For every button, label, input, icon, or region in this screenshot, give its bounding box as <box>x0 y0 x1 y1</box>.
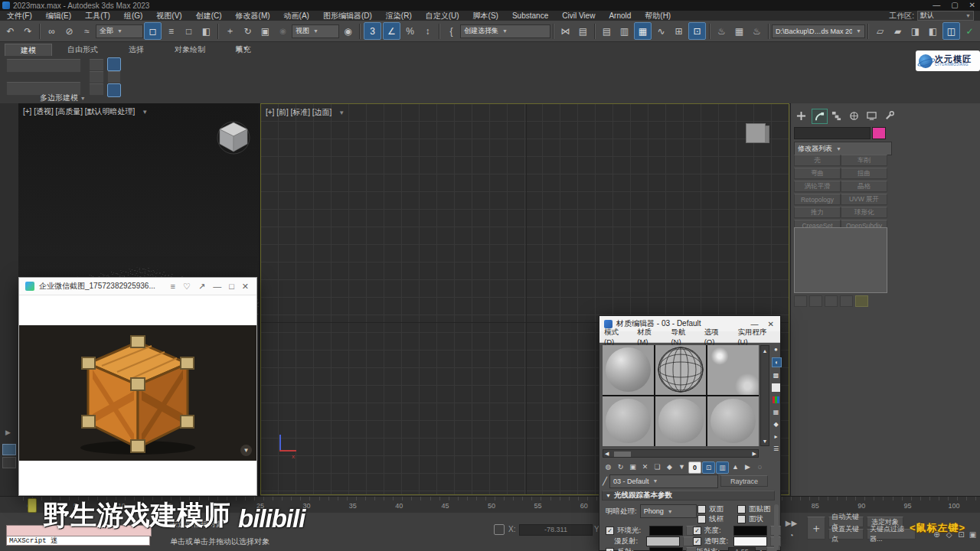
set-keys-button[interactable]: ＋ <box>807 517 825 540</box>
rendered-frame-window-icon[interactable]: ▦ <box>731 23 747 39</box>
checkbox-icon[interactable] <box>697 515 706 523</box>
face-map-check[interactable]: 面贴图 <box>737 504 771 514</box>
key-mode-toggle-icon[interactable]: ◔ <box>786 530 797 540</box>
menu-item-12[interactable]: Substance <box>505 11 555 21</box>
modifier-button-3[interactable]: 扭曲 <box>841 168 887 179</box>
backlight-icon[interactable]: ◐ <box>772 357 782 367</box>
put-material-to-scene-icon[interactable]: ↻ <box>615 461 626 472</box>
material-editor-icon[interactable]: ⊡ <box>688 22 706 40</box>
select-and-link-icon[interactable]: ∞ <box>44 23 60 39</box>
angle-snap-icon[interactable]: ∠ <box>383 22 400 40</box>
ribbon-toggle-icon[interactable]: ▦ <box>634 22 652 40</box>
make-unique-icon[interactable] <box>825 295 838 307</box>
menu-item-15[interactable]: 帮助(H) <box>638 11 678 21</box>
viewcube-front[interactable] <box>746 123 766 143</box>
ambient-checkbox[interactable]: ✓ <box>606 527 614 535</box>
viewcube[interactable] <box>214 117 253 155</box>
create-tab-icon[interactable] <box>794 109 808 122</box>
material-slot-6[interactable] <box>707 396 759 446</box>
menu-item-4[interactable]: 视图(V) <box>149 11 188 21</box>
options-icon[interactable]: ◆ <box>772 420 780 429</box>
asset-open-icon[interactable]: ▱ <box>872 23 888 39</box>
menu-item-9[interactable]: 渲染(R) <box>379 11 419 21</box>
material-slot-2-wireframe[interactable] <box>655 345 707 395</box>
modify-tab-icon[interactable] <box>812 109 828 124</box>
unlink-selection-icon[interactable]: ⊘ <box>61 23 77 39</box>
asset-collect-icon[interactable]: ◧ <box>925 23 941 39</box>
material-editor-window[interactable]: 材质编辑器 - 03 - Default — ✕ 模式(D)材质(M)导航(N)… <box>599 315 781 551</box>
sample-color-icon[interactable]: ◌ <box>754 461 766 472</box>
make-material-copy-icon[interactable]: ❏ <box>652 461 663 472</box>
screenshot-viewer-window[interactable]: 企业微信截图_17572382925936... ≡ ♡ ↗ — □ ✕ <box>18 277 257 496</box>
modifier-button-0[interactable]: 壳 <box>794 155 841 166</box>
maxscript-mini-listener[interactable]: MAXScript 迷 <box>6 536 150 546</box>
transform-type-in-icon[interactable] <box>494 524 505 535</box>
select-by-material-icon[interactable]: ▸ <box>772 432 780 441</box>
select-and-scale-icon[interactable]: ▣ <box>257 23 273 39</box>
ribbon-mini-button-1[interactable] <box>89 59 104 71</box>
show-shaded-material-icon[interactable]: ⊡ <box>702 461 715 474</box>
put-to-library-icon[interactable]: ▼ <box>676 461 688 472</box>
assign-material-to-selection-icon[interactable]: ▣ <box>627 461 639 472</box>
snap-toggle-3d-icon[interactable]: 3 <box>364 22 381 40</box>
two-sided-check[interactable]: 双面 <box>697 504 724 514</box>
menu-item-7[interactable]: 动画(A) <box>277 11 316 21</box>
menu-item-3[interactable]: 组(G) <box>117 11 149 21</box>
background-icon[interactable]: ▩ <box>772 371 780 380</box>
named-selection-set-dropdown[interactable]: 创建选择集▼ <box>460 24 550 38</box>
reference-coordinate-dropdown[interactable]: 视图▼ <box>292 24 339 38</box>
modifier-button-2[interactable]: 弯曲 <box>794 168 841 179</box>
mirror-icon[interactable]: ⋈ <box>557 23 573 39</box>
ribbon-tab-3[interactable]: 对象绘制 <box>159 44 220 56</box>
schematic-view-icon[interactable]: ⊞ <box>671 23 687 39</box>
polymodeling-section-label[interactable]: 多边形建模 ▼ <box>40 93 86 103</box>
percent-snap-icon[interactable]: % <box>402 23 418 39</box>
bind-to-spacewarp-icon[interactable]: ≈ <box>79 23 95 39</box>
show-end-result-icon[interactable] <box>809 295 822 307</box>
screenshot-window-titlebar[interactable]: 企业微信截图_17572382925936... ≡ ♡ ↗ — □ ✕ <box>19 278 256 295</box>
image-more-icon[interactable]: ▼ <box>240 445 252 456</box>
time-slider-handle[interactable] <box>28 498 37 513</box>
object-color-swatch[interactable] <box>872 127 886 139</box>
material-editor-menu-2[interactable]: 导航(N) <box>666 328 699 346</box>
render-setup-icon[interactable]: ♨ <box>714 23 730 39</box>
pick-material-icon[interactable]: ╱ <box>603 477 607 485</box>
expand-strip-icon[interactable]: ▶ <box>5 429 11 436</box>
modifier-list-dropdown[interactable]: 修改器列表▼ <box>794 142 892 155</box>
render-production-icon[interactable]: ♨ <box>749 23 765 39</box>
faceted-check[interactable]: 面状 <box>737 514 763 524</box>
utilities-tab-icon[interactable] <box>882 109 897 122</box>
heart-icon[interactable]: ♡ <box>183 282 191 292</box>
diffuse-map-button[interactable] <box>683 536 694 546</box>
asset-relink-icon[interactable]: ◨ <box>907 23 923 39</box>
layout-tab-1-icon[interactable] <box>2 444 16 455</box>
modifier-button-5[interactable]: 晶格 <box>841 181 887 192</box>
ribbon-mini-button-3[interactable] <box>89 83 104 96</box>
menu-item-0[interactable]: 文件(F) <box>0 11 39 21</box>
set-key-button[interactable]: 设置关键点 <box>828 529 864 540</box>
modifier-stack[interactable] <box>794 227 887 293</box>
layout-tab-2-icon[interactable] <box>2 457 16 468</box>
project-folder-dropdown[interactable]: D:\Backup\D…ds Max 2023▼ <box>772 24 865 38</box>
per-view-filter-icon[interactable]: ▼ <box>142 109 148 116</box>
layer-explorer-icon[interactable]: ▥ <box>616 23 632 39</box>
menu-item-6[interactable]: 修改器(M) <box>229 11 277 21</box>
scroll-thumb[interactable] <box>614 452 631 457</box>
maximize-viewport-icon[interactable]: ▣ <box>967 529 978 540</box>
menu-item-5[interactable]: 创建(C) <box>189 11 229 21</box>
ior-spinner-field[interactable]: 1.55 <box>728 547 756 551</box>
viewport-right-label[interactable]: [+] [前] [标准] [边面] ▼ <box>266 107 345 118</box>
wire-check[interactable]: 线框 <box>697 514 724 524</box>
maximize-icon[interactable]: ▢ <box>951 1 958 9</box>
scroll-left-icon[interactable]: ◀ <box>605 451 609 457</box>
material-slot-1[interactable] <box>603 345 654 395</box>
ribbon-modifier-mode-icon[interactable] <box>107 83 121 97</box>
ribbon-config-icon[interactable]: ▣ ▾ <box>230 44 253 52</box>
remove-modifier-icon[interactable] <box>840 295 853 307</box>
modifier-button-4[interactable]: 涡轮平滑 <box>794 181 841 192</box>
selection-filter-dropdown[interactable]: 全部▼ <box>96 24 143 38</box>
configure-modifier-sets-icon[interactable] <box>855 295 868 307</box>
go-to-parent-icon[interactable]: ▲ <box>730 461 741 472</box>
menu-item-13[interactable]: Civil View <box>555 11 602 21</box>
material-slot-5[interactable] <box>655 396 707 446</box>
